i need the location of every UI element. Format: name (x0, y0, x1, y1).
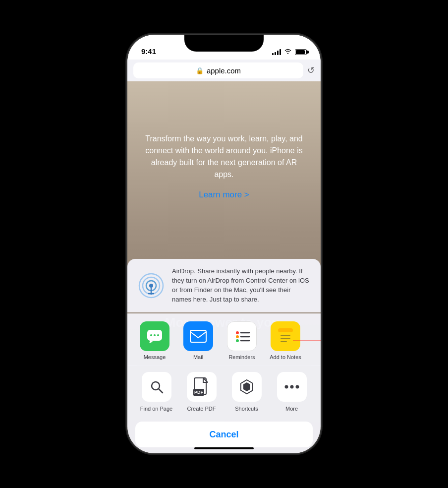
more-label: More (285, 406, 298, 412)
learn-more-link[interactable]: Learn more > (142, 188, 306, 201)
signal-bar-1 (272, 53, 274, 55)
reload-button[interactable]: ↺ (307, 65, 315, 76)
svg-point-7 (150, 334, 152, 336)
app-item-notes[interactable]: Add to Notes (268, 321, 303, 360)
url-text: apple.com (207, 66, 241, 75)
action-item-shortcuts[interactable]: Shortcuts (229, 372, 264, 412)
signal-bar-4 (280, 49, 281, 55)
svg-rect-18 (278, 328, 293, 332)
browser-bar: 🔒 apple.com ↺ (127, 60, 321, 81)
svg-point-8 (154, 334, 156, 336)
create-pdf-icon: PDF (187, 372, 217, 402)
mail-app-icon (183, 321, 213, 351)
phone-frame: 9:41 (127, 35, 321, 453)
airdrop-icon (137, 272, 165, 300)
wifi-icon (284, 48, 292, 56)
status-icons (272, 48, 307, 56)
reminders-app-icon (227, 321, 257, 351)
app-share-row: Message Mail (127, 313, 321, 365)
action-row: Find on Page PDF Create PDF (127, 365, 321, 420)
app-item-mail[interactable]: Mail (181, 321, 216, 360)
svg-rect-10 (190, 330, 206, 342)
notch (184, 35, 264, 52)
home-indicator (194, 447, 254, 449)
svg-point-11 (236, 331, 239, 334)
app-item-message[interactable]: Message (137, 321, 172, 360)
create-pdf-label: Create PDF (187, 406, 216, 412)
connector-line (293, 340, 321, 341)
action-item-more[interactable]: More (275, 372, 309, 412)
status-time: 9:41 (141, 47, 156, 56)
signal-bars-icon (272, 49, 281, 55)
lock-icon: 🔒 (196, 67, 204, 74)
svg-point-28 (290, 385, 293, 389)
signal-bar-2 (275, 52, 276, 55)
notes-app-label: Add to Notes (270, 354, 301, 360)
message-app-icon (140, 321, 169, 351)
find-on-page-icon (142, 372, 171, 402)
mail-app-label: Mail (193, 354, 203, 360)
svg-point-9 (157, 334, 159, 336)
shortcuts-label: Shortcuts (235, 406, 258, 412)
screen: 9:41 (127, 35, 321, 453)
find-on-page-label: Find on Page (140, 406, 172, 412)
shortcuts-icon (232, 372, 262, 402)
message-app-label: Message (144, 354, 166, 360)
airdrop-description: AirDrop. Share instantly with people nea… (172, 267, 311, 304)
battery-fill (296, 50, 305, 54)
action-item-pdf[interactable]: PDF Create PDF (184, 372, 219, 412)
signal-bar-3 (277, 51, 279, 55)
app-row-inner: Message Mail (137, 321, 311, 360)
svg-point-13 (236, 335, 239, 338)
battery-icon (295, 49, 307, 55)
notes-app-icon (271, 321, 300, 351)
svg-point-29 (295, 385, 299, 389)
svg-point-15 (236, 339, 239, 342)
app-item-reminders[interactable]: Reminders (224, 321, 259, 360)
url-bar[interactable]: 🔒 apple.com (133, 62, 303, 78)
more-icon (277, 372, 307, 402)
action-item-find[interactable]: Find on Page (139, 372, 174, 412)
share-sheet: AirDrop. Share instantly with people nea… (127, 259, 321, 453)
svg-point-27 (284, 385, 288, 389)
svg-text:PDF: PDF (194, 390, 204, 395)
svg-point-3 (149, 284, 153, 288)
page-body-text: Transform the way you work, learn, play,… (127, 133, 321, 201)
reminders-app-label: Reminders (228, 354, 255, 360)
airdrop-card: AirDrop. Share instantly with people nea… (127, 259, 321, 312)
cancel-button[interactable]: Cancel (135, 422, 313, 447)
svg-line-23 (159, 389, 163, 393)
page-description: Transform the way you work, learn, play,… (145, 134, 303, 179)
